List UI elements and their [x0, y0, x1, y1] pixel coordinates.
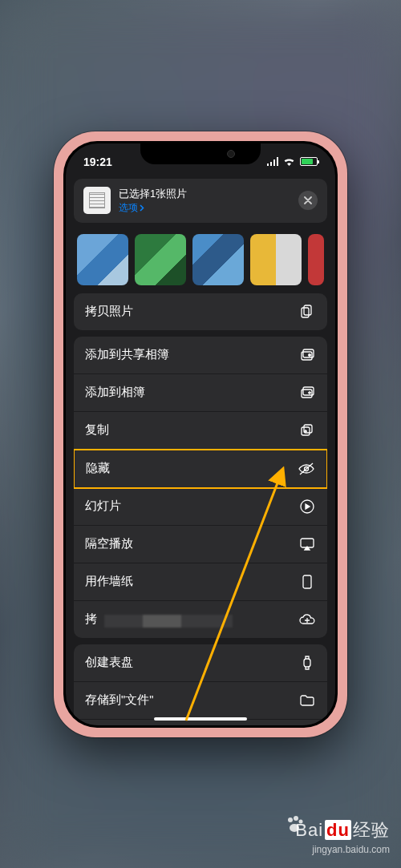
contact-avatar[interactable]: [77, 234, 128, 285]
action-label: 用作墙纸: [85, 574, 133, 589]
action-watch[interactable]: 创建表盘: [74, 644, 327, 682]
action-play-circle[interactable]: 幻灯片: [74, 488, 327, 526]
svg-rect-1: [302, 308, 309, 317]
action-group: 拷贝照片: [74, 293, 327, 330]
action-label: 隔空播放: [85, 536, 133, 551]
action-group: 创建表盘存储到"文件"指定给联系人: [74, 644, 327, 725]
watermark-url: jingyan.baidu.com: [295, 844, 390, 855]
svg-point-4: [309, 353, 311, 356]
action-label: 添加到共享相簿: [85, 347, 169, 362]
svg-rect-14: [304, 659, 310, 667]
svg-point-18: [288, 818, 293, 822]
signal-icon: [267, 157, 280, 166]
icloud-link-icon: [298, 611, 316, 628]
close-icon: [304, 196, 312, 204]
album-shared-icon: [298, 346, 316, 364]
phone-rect-icon: [298, 573, 316, 591]
action-copy-doc[interactable]: 拷贝照片: [74, 293, 327, 330]
action-label: 拷: [85, 612, 97, 627]
options-link[interactable]: 选项: [119, 201, 290, 215]
action-group: 添加到共享相簿添加到相簿复制隐藏幻灯片隔空播放用作墙纸拷: [74, 337, 327, 638]
eye-off-icon: [298, 460, 315, 478]
wifi-icon: [283, 157, 295, 166]
phone-bezel: 19:21 已选择1张照片 选项: [63, 141, 338, 728]
action-eye-off[interactable]: 隐藏: [74, 449, 327, 489]
airplay-icon: [298, 535, 316, 553]
share-contacts-row[interactable]: [74, 223, 327, 293]
svg-rect-13: [303, 575, 311, 588]
action-icloud-link[interactable]: 拷: [74, 601, 327, 638]
copy-doc-icon: [298, 303, 316, 321]
close-button[interactable]: [298, 191, 318, 210]
phone-frame: 19:21 已选择1张照片 选项: [54, 131, 347, 737]
svg-rect-0: [304, 305, 311, 315]
notch: [140, 143, 261, 164]
share-sheet: 已选择1张照片 选项: [66, 172, 335, 725]
action-phone-rect[interactable]: 用作墙纸: [74, 563, 327, 601]
watermark: Baidu经验 jingyan.baidu.com: [295, 818, 390, 855]
battery-icon: [300, 157, 318, 166]
home-indicator[interactable]: [154, 717, 247, 721]
action-label: 创建表盘: [85, 655, 133, 670]
action-label: 复制: [85, 422, 109, 438]
action-album-shared[interactable]: 添加到共享相簿: [74, 337, 327, 374]
status-right: [267, 157, 318, 166]
duplicate-icon: [298, 422, 316, 439]
action-person-circle[interactable]: 指定给联系人: [74, 720, 327, 725]
action-album-add[interactable]: 添加到相簿: [74, 374, 327, 412]
action-duplicate[interactable]: 复制: [74, 412, 327, 450]
contact-avatar[interactable]: [192, 234, 244, 285]
watermark-brand: Baidu经验: [295, 818, 390, 842]
selection-thumbnail: [83, 187, 111, 214]
selection-banner: 已选择1张照片 选项: [74, 179, 327, 223]
folder-icon: [298, 692, 316, 709]
action-label: 存储到"文件": [85, 692, 153, 708]
contact-avatar[interactable]: [308, 234, 324, 285]
action-label: 添加到相簿: [85, 385, 145, 400]
action-airplay[interactable]: 隔空播放: [74, 526, 327, 563]
watch-icon: [298, 654, 316, 672]
action-label: 隐藏: [86, 461, 110, 476]
action-label: 幻灯片: [85, 499, 121, 514]
play-circle-icon: [298, 498, 316, 515]
selection-title: 已选择1张照片: [119, 187, 290, 201]
contact-avatar[interactable]: [135, 234, 186, 285]
album-add-icon: [298, 384, 316, 402]
action-folder[interactable]: 存储到"文件": [74, 682, 327, 720]
screen: 19:21 已选择1张照片 选项: [66, 143, 335, 725]
chevron-right-icon: [140, 204, 144, 212]
status-time: 19:21: [83, 155, 112, 168]
action-label: 拷贝照片: [85, 304, 133, 319]
contact-avatar[interactable]: [250, 234, 302, 285]
